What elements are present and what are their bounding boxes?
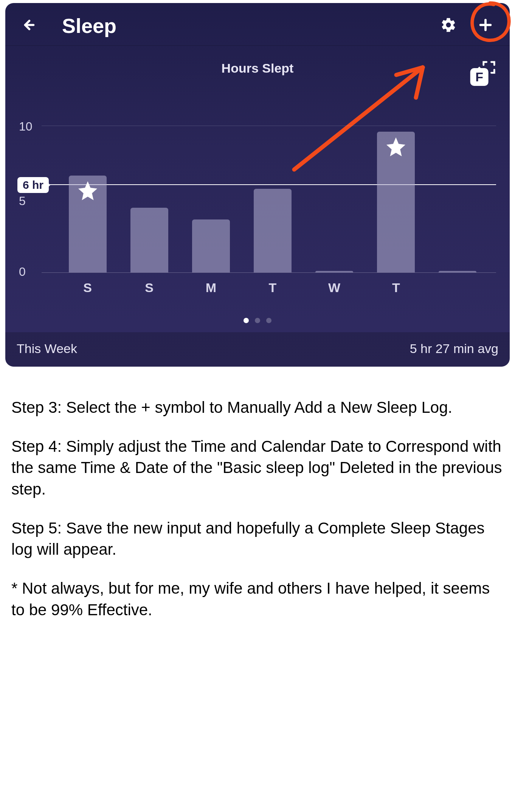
bar-column[interactable]: S bbox=[57, 83, 118, 310]
step-4: Step 4: Simply adjust the Time and Calen… bbox=[11, 436, 504, 500]
pager-dot[interactable] bbox=[244, 318, 249, 323]
bar-column[interactable]: T bbox=[242, 83, 303, 310]
chart-title: Hours Slept bbox=[19, 61, 496, 76]
x-label: S bbox=[145, 280, 154, 295]
bar-column[interactable]: F bbox=[427, 83, 489, 310]
app-header: Sleep bbox=[5, 3, 510, 46]
bar[interactable] bbox=[254, 189, 292, 272]
bar[interactable] bbox=[439, 271, 476, 272]
bar-column[interactable]: T bbox=[365, 83, 427, 310]
step-5: Step 5: Save the new input and hopefully… bbox=[11, 518, 504, 560]
avg-label: 5 hr 27 min avg bbox=[410, 341, 498, 356]
y-tick: 5 bbox=[19, 194, 26, 208]
bar[interactable] bbox=[192, 219, 230, 272]
settings-button[interactable] bbox=[437, 14, 460, 38]
bars-container: SSMTWTF bbox=[57, 83, 489, 310]
chart-area[interactable]: 10 5 0 6 hr SSMTWTF bbox=[19, 83, 496, 310]
y-tick: 10 bbox=[19, 120, 33, 134]
period-label: This Week bbox=[17, 341, 77, 356]
y-axis: 10 5 0 bbox=[19, 83, 42, 310]
bar[interactable] bbox=[377, 132, 415, 272]
y-tick: 0 bbox=[19, 265, 26, 279]
x-label: F bbox=[470, 68, 489, 86]
bar-column[interactable]: W bbox=[304, 83, 365, 310]
bar-column[interactable]: S bbox=[118, 83, 180, 310]
bar-column[interactable]: M bbox=[180, 83, 242, 310]
instructions: Step 3: Select the + symbol to Manually … bbox=[0, 367, 515, 653]
bar[interactable] bbox=[315, 271, 353, 272]
x-label: W bbox=[328, 280, 340, 295]
note: * Not always, but for me, my wife and ot… bbox=[11, 578, 504, 621]
pager-dot[interactable] bbox=[266, 318, 271, 323]
add-button[interactable] bbox=[475, 14, 496, 37]
chart-section: Hours Slept 10 5 0 6 hr SSMTWTF bbox=[5, 46, 510, 332]
x-label: T bbox=[392, 280, 400, 295]
avg-badge: 6 hr bbox=[17, 177, 49, 193]
star-icon bbox=[385, 135, 407, 160]
step-3: Step 3: Select the + symbol to Manually … bbox=[11, 397, 504, 418]
bar[interactable] bbox=[69, 176, 107, 272]
chart-footer: This Week 5 hr 27 min avg bbox=[5, 332, 510, 367]
pager-dot[interactable] bbox=[255, 318, 260, 323]
star-icon bbox=[76, 179, 99, 204]
x-label: S bbox=[83, 280, 92, 295]
bar[interactable] bbox=[130, 208, 168, 272]
x-label: T bbox=[269, 280, 277, 295]
x-label: M bbox=[206, 280, 216, 295]
sleep-card: Sleep Hours Slept 10 5 0 bbox=[5, 3, 510, 367]
back-button[interactable] bbox=[19, 17, 36, 35]
page-title: Sleep bbox=[62, 14, 422, 37]
pager[interactable] bbox=[19, 310, 496, 328]
